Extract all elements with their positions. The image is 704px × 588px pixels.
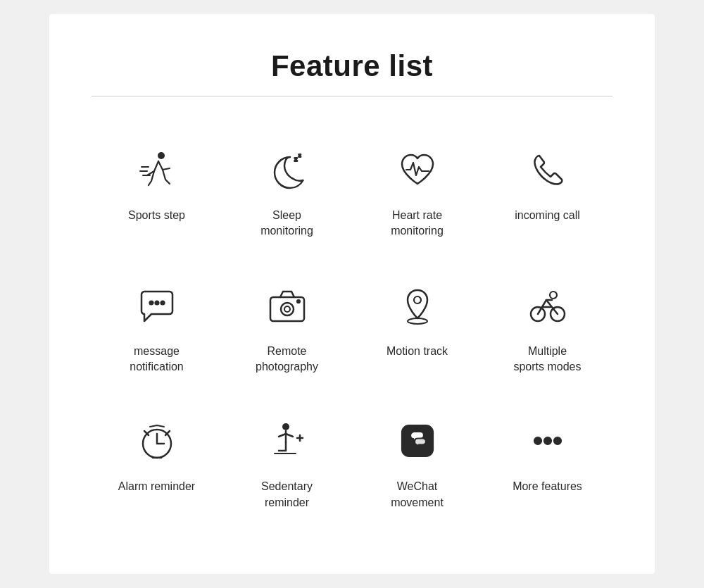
wechat-icon [389, 413, 446, 469]
svg-text:z: z [294, 156, 298, 163]
feature-sports-step: Sports step [92, 125, 222, 261]
heart-rate-icon [389, 142, 446, 198]
alarm-reminder-icon [129, 413, 185, 469]
feature-incoming-call: incoming call [482, 125, 612, 261]
svg-point-10 [414, 296, 421, 304]
heart-rate-label: Heart ratemonitoring [391, 208, 444, 239]
svg-point-9 [297, 300, 300, 303]
feature-sedentary-reminder: Sedentaryreminder [222, 396, 352, 532]
svg-point-3 [149, 301, 153, 304]
sleep-monitoring-icon: z z [259, 142, 315, 198]
sedentary-reminder-icon [259, 413, 315, 469]
motion-track-icon [389, 277, 446, 334]
svg-point-5 [161, 301, 164, 304]
feature-multiple-sports: Multiplesports modes [482, 261, 612, 396]
message-notification-label: messagenotification [130, 344, 184, 375]
multiple-sports-icon [520, 277, 576, 334]
remote-photography-label: Remotephotography [256, 344, 318, 375]
svg-point-19 [544, 437, 551, 444]
sports-step-icon [129, 142, 185, 198]
feature-motion-track: Motion track [352, 261, 482, 396]
divider [92, 96, 612, 96]
sleep-monitoring-label: Sleepmonitoring [260, 208, 313, 239]
features-grid: Sports step z z Sleepmonitoring Heart r [92, 125, 612, 532]
feature-more: More features [482, 396, 612, 532]
feature-remote-photography: Remotephotography [222, 261, 352, 396]
svg-point-16 [282, 423, 289, 430]
incoming-call-icon [520, 142, 576, 198]
svg-point-4 [155, 301, 158, 304]
feature-card: Feature list Sports step [49, 14, 655, 574]
message-notification-icon [129, 277, 185, 334]
remote-photography-icon [259, 277, 315, 334]
svg-text:z: z [298, 153, 301, 158]
svg-point-0 [158, 152, 165, 159]
sports-step-label: Sports step [128, 208, 185, 223]
alarm-reminder-label: Alarm reminder [118, 479, 195, 494]
feature-sleep-monitoring: z z Sleepmonitoring [222, 125, 352, 261]
page-title: Feature list [92, 49, 612, 83]
svg-point-7 [281, 303, 294, 315]
sedentary-reminder-label: Sedentaryreminder [261, 479, 313, 511]
feature-wechat: WeChatmovement [352, 396, 482, 532]
feature-heart-rate: Heart ratemonitoring [352, 125, 482, 261]
motion-track-label: Motion track [386, 344, 448, 359]
more-features-icon [520, 413, 576, 469]
wechat-label: WeChatmovement [391, 479, 444, 511]
svg-point-8 [284, 306, 290, 312]
feature-message-notification: messagenotification [92, 261, 222, 396]
feature-alarm-reminder: Alarm reminder [92, 396, 222, 532]
svg-point-18 [534, 437, 541, 444]
svg-point-14 [550, 292, 557, 299]
more-features-label: More features [513, 479, 582, 494]
multiple-sports-label: Multiplesports modes [513, 344, 581, 375]
svg-point-20 [554, 437, 561, 444]
incoming-call-label: incoming call [515, 208, 579, 223]
